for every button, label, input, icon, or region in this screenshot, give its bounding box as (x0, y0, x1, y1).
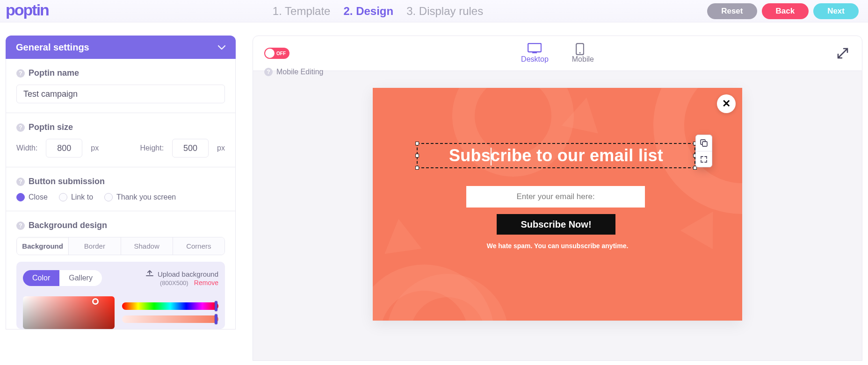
step-template[interactable]: 1. Template (273, 5, 331, 18)
radio-label: Thank you screen (116, 193, 176, 201)
logo: poptin (6, 1, 49, 19)
next-button[interactable]: Next (813, 3, 859, 19)
toggle-knob-icon (265, 49, 275, 58)
poptin-name-input[interactable] (16, 85, 225, 103)
width-label: Width: (16, 144, 37, 152)
hue-slider[interactable] (122, 302, 218, 310)
subtab-gallery[interactable]: Gallery (59, 270, 102, 286)
expand-icon (700, 156, 708, 163)
header-bar: poptin 1. Template 2. Design 3. Display … (0, 0, 868, 22)
submission-radios: Close Link to Thank you screen (16, 193, 225, 201)
fullscreen-button[interactable] (837, 47, 849, 59)
help-icon[interactable]: ? (16, 69, 25, 78)
resize-handle[interactable] (415, 142, 419, 145)
background-tabs: Background Border Shadow Corners (16, 237, 225, 255)
label-poptin-name: Poptin name (29, 68, 79, 78)
device-tabs: Desktop Mobile (521, 43, 594, 64)
email-placeholder: Enter your email here: (516, 192, 594, 201)
expand-element-button[interactable] (696, 151, 712, 167)
toggle-state-label: OFF (276, 51, 286, 56)
mobile-editing-label: Mobile Editing (276, 68, 324, 76)
help-icon[interactable]: ? (264, 68, 273, 76)
saturation-picker[interactable] (23, 296, 115, 329)
copy-icon (700, 139, 708, 147)
element-action-buttons (695, 135, 712, 167)
device-label: Desktop (521, 55, 549, 64)
panel-general-settings-header[interactable]: General settings (6, 36, 236, 59)
panel-body: ? Poptin name ? Poptin size Width: px He… (6, 59, 236, 329)
canvas-toolbar: OFF ? Mobile Editing Desktop (253, 36, 862, 71)
section-button-submission: ? Button submission Close Link to Thank … (6, 167, 235, 211)
tab-background[interactable]: Background (17, 237, 69, 255)
section-title: ? Button submission (16, 177, 225, 186)
picker-cursor[interactable] (92, 298, 99, 305)
popup-spam-note: We hate spam. You can unsubscribe anytim… (373, 242, 742, 250)
width-unit: px (91, 144, 99, 152)
section-title: ? Background design (16, 221, 225, 230)
device-label: Mobile (572, 55, 594, 64)
help-icon[interactable]: ? (16, 222, 25, 230)
svg-point-3 (579, 52, 581, 53)
radio-dot-icon (59, 193, 67, 201)
header-buttons: Reset Back Next (707, 3, 859, 19)
upload-remove[interactable]: Remove (194, 279, 218, 286)
radio-dot-icon (104, 193, 113, 201)
subscribe-label: Subscribe Now! (521, 219, 591, 230)
duplicate-button[interactable] (696, 135, 712, 151)
upload-label: Upload background (158, 270, 218, 279)
resize-handle[interactable] (415, 154, 419, 157)
back-button[interactable]: Back (762, 3, 809, 19)
slider-thumb[interactable] (215, 301, 217, 311)
upload-background[interactable]: Upload background (800X500) Remove (145, 270, 218, 287)
section-poptin-size: ? Poptin size Width: px Height: px (6, 113, 235, 167)
slider-thumb[interactable] (215, 314, 217, 324)
tab-corners[interactable]: Corners (173, 237, 224, 255)
mobile-editing-block: OFF (264, 48, 289, 59)
upload-icon (145, 270, 154, 278)
mobile-editing-toggle[interactable]: OFF (264, 48, 289, 59)
help-icon[interactable]: ? (16, 123, 25, 132)
height-label: Height: (140, 144, 164, 152)
radio-label: Close (29, 193, 48, 201)
radio-link-to[interactable]: Link to (59, 193, 93, 201)
tab-shadow[interactable]: Shadow (121, 237, 173, 255)
background-panel: Color Gallery Upload background (800X500… (16, 262, 225, 329)
tab-border[interactable]: Border (69, 237, 121, 255)
svg-rect-1 (532, 52, 537, 53)
help-icon[interactable]: ? (16, 178, 25, 186)
canvas-stage[interactable]: ✕ Subscribe to our email list (253, 71, 862, 361)
settings-sidebar: General settings ? Poptin name ? Poptin … (6, 36, 236, 361)
background-top-row: Color Gallery Upload background (800X500… (23, 270, 218, 287)
reset-button[interactable]: Reset (707, 3, 757, 19)
radio-close[interactable]: Close (16, 193, 48, 201)
panel-title: General settings (16, 42, 89, 53)
color-sliders (122, 296, 218, 329)
popup-preview[interactable]: ✕ Subscribe to our email list (373, 88, 742, 321)
label-poptin-size: Poptin size (29, 122, 73, 132)
step-display-rules[interactable]: 3. Display rules (406, 5, 483, 18)
close-icon: ✕ (722, 98, 731, 110)
resize-handle[interactable] (415, 166, 419, 170)
svg-rect-0 (528, 43, 541, 52)
mobile-editing-label-row: ? Mobile Editing (264, 68, 324, 76)
chevron-down-icon (218, 45, 225, 50)
alpha-slider[interactable] (122, 315, 218, 323)
desktop-icon (528, 43, 542, 53)
canvas-area: OFF ? Mobile Editing Desktop (253, 36, 862, 361)
width-input[interactable] (46, 139, 82, 157)
size-row: Width: px Height: px (16, 139, 225, 157)
popup-subscribe-button[interactable]: Subscribe Now! (497, 214, 615, 235)
device-desktop[interactable]: Desktop (521, 43, 549, 64)
popup-close-button[interactable]: ✕ (717, 94, 736, 113)
subtab-color[interactable]: Color (23, 270, 59, 286)
height-input[interactable] (172, 139, 209, 157)
radio-thank-you[interactable]: Thank you screen (104, 193, 176, 201)
section-title: ? Poptin size (16, 122, 225, 132)
device-mobile[interactable]: Mobile (572, 43, 594, 64)
upload-dim: (800X500) (160, 279, 188, 286)
headline-text[interactable]: Subscribe to our email list (449, 146, 663, 165)
mobile-icon (576, 43, 590, 53)
selected-headline-element[interactable]: Subscribe to our email list (417, 143, 695, 168)
step-design[interactable]: 2. Design (343, 5, 393, 18)
popup-email-input[interactable]: Enter your email here: (466, 186, 645, 208)
